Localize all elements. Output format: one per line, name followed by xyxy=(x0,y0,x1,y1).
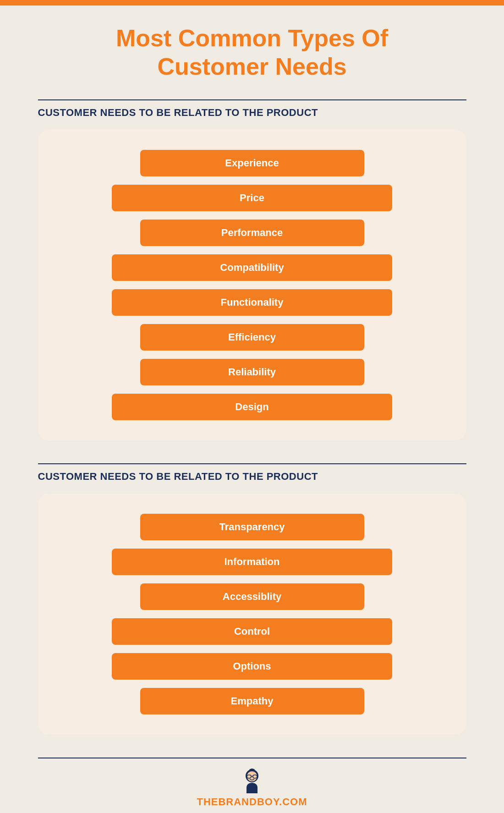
btn-price[interactable]: Price xyxy=(112,185,392,211)
btn-empathy[interactable]: Empathy xyxy=(140,688,364,714)
top-bar xyxy=(0,0,504,5)
section1-header-container: CUSTOMER NEEDS TO BE RELATED TO THE PROD… xyxy=(38,99,466,119)
btn-row: Reliability xyxy=(66,359,439,385)
btn-row: Experience xyxy=(66,150,439,176)
footer-logo-area: THEBRANDBOY.COM xyxy=(197,766,307,808)
btn-experience[interactable]: Experience xyxy=(140,150,364,176)
btn-options[interactable]: Options xyxy=(112,653,392,680)
btn-row: Options xyxy=(66,653,439,680)
btn-transparency[interactable]: Transparency xyxy=(140,514,364,540)
footer-brand-name: THEBRANDBOY.COM xyxy=(197,796,307,808)
section1-header: CUSTOMER NEEDS TO BE RELATED TO THE PROD… xyxy=(38,107,466,119)
btn-row: Design xyxy=(66,394,439,420)
btn-row: Functionality xyxy=(66,289,439,316)
btn-row: Performance xyxy=(66,220,439,246)
btn-control[interactable]: Control xyxy=(112,618,392,645)
btn-compatibility[interactable]: Compatibility xyxy=(112,254,392,281)
btn-performance[interactable]: Performance xyxy=(140,220,364,246)
page-title: Most Common Types Of Customer Needs xyxy=(88,24,416,81)
btn-row: Empathy xyxy=(66,688,439,714)
btn-row: Transparency xyxy=(66,514,439,540)
btn-row: Price xyxy=(66,185,439,211)
btn-functionality[interactable]: Functionality xyxy=(112,289,392,316)
brand-avatar-icon xyxy=(238,766,266,793)
btn-reliability[interactable]: Reliability xyxy=(140,359,364,385)
btn-accessiblity[interactable]: Accessiblity xyxy=(140,583,364,610)
section1-card: ExperiencePricePerformanceCompatibilityF… xyxy=(38,130,466,440)
footer: THEBRANDBOY.COM xyxy=(0,758,504,813)
btn-efficiency[interactable]: Efficiency xyxy=(140,324,364,351)
btn-row: Compatibility xyxy=(66,254,439,281)
section2-card: TransparencyInformationAccessiblityContr… xyxy=(38,494,466,735)
btn-design[interactable]: Design xyxy=(112,394,392,420)
btn-row: Accessiblity xyxy=(66,583,439,610)
section2-header: CUSTOMER NEEDS TO BE RELATED TO THE PROD… xyxy=(38,471,466,483)
btn-row: Control xyxy=(66,618,439,645)
btn-row: Information xyxy=(66,549,439,575)
btn-row: Efficiency xyxy=(66,324,439,351)
footer-divider xyxy=(38,758,466,758)
section2-header-container: CUSTOMER NEEDS TO BE RELATED TO THE PROD… xyxy=(38,463,466,483)
btn-information[interactable]: Information xyxy=(112,549,392,575)
